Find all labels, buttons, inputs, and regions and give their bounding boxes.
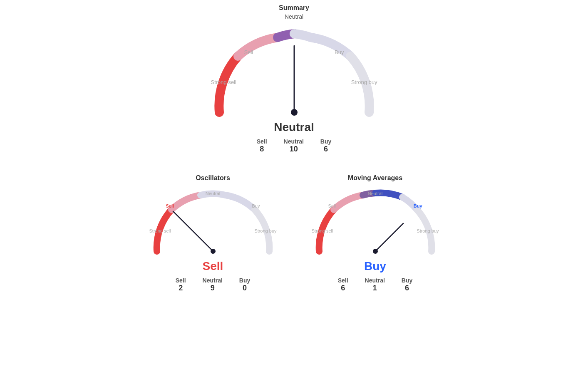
summary-sell-label: Sell	[244, 49, 253, 55]
osc-buy-label: Buy	[252, 203, 260, 208]
summary-neutral-count-label: Neutral	[284, 138, 304, 145]
summary-buy-count-value: 6	[324, 145, 328, 154]
svg-point-3	[211, 249, 216, 254]
moving-averages-counts: Sell 6 Neutral 1 Buy 6	[338, 277, 413, 292]
ma-neutral-label: Neutral	[368, 191, 382, 196]
svg-line-2	[173, 211, 213, 251]
summary-gauge-svg	[207, 25, 382, 121]
moving-averages-gauge: Strong sell Sell Neutral Buy Strong buy	[311, 187, 440, 260]
main-container: Summary Neutral Sell Buy Strong sell Str…	[0, 0, 588, 301]
svg-line-4	[375, 223, 403, 251]
osc-sell-count-value: 2	[179, 284, 183, 292]
ma-strong-sell-label: Strong sell	[312, 228, 333, 233]
osc-neutral-count: Neutral 9	[203, 277, 223, 292]
ma-buy-label: Buy	[414, 203, 422, 208]
summary-strong-buy-label: Strong buy	[351, 79, 377, 85]
summary-subtitle: Neutral	[285, 13, 303, 20]
ma-sell-count-value: 6	[341, 284, 345, 292]
osc-strong-sell-label: Strong sell	[149, 228, 171, 233]
summary-gauge: Sell Buy Strong sell Strong buy	[207, 25, 382, 121]
oscillators-title: Oscillators	[196, 174, 230, 182]
moving-averages-title: Moving Averages	[348, 174, 402, 182]
summary-buy-count: Buy 6	[320, 138, 331, 154]
svg-point-1	[291, 109, 298, 116]
summary-buy-label: Buy	[335, 49, 344, 55]
summary-result: Neutral	[274, 121, 314, 134]
osc-sell-label: Sell	[166, 203, 174, 208]
ma-neutral-count-value: 1	[373, 284, 377, 292]
ma-strong-buy-label: Strong buy	[417, 228, 439, 233]
osc-buy-count: Buy 0	[239, 277, 250, 292]
osc-buy-count-value: 0	[243, 284, 247, 292]
osc-sell-count: Sell 2	[176, 277, 186, 292]
summary-neutral-count-value: 10	[290, 145, 298, 154]
osc-strong-buy-label: Strong buy	[254, 228, 276, 233]
summary-buy-count-label: Buy	[320, 138, 331, 145]
oscillators-result: Sell	[203, 260, 223, 273]
ma-sell-label: Sell	[328, 203, 336, 208]
ma-neutral-count-label: Neutral	[365, 277, 385, 284]
ma-buy-count-value: 6	[405, 284, 409, 292]
summary-neutral-count: Neutral 10	[284, 138, 304, 154]
osc-sell-count-label: Sell	[176, 277, 186, 284]
ma-sell-count-label: Sell	[338, 277, 348, 284]
sub-sections: Oscillators Strong sell Sell Neutral Buy…	[0, 166, 588, 301]
osc-neutral-label: Neutral	[206, 191, 220, 196]
osc-buy-count-label: Buy	[239, 277, 250, 284]
oscillators-gauge: Strong sell Sell Neutral Buy Strong buy	[149, 187, 278, 260]
ma-neutral-count: Neutral 1	[365, 277, 385, 292]
summary-sell-count: Sell 8	[257, 138, 267, 154]
summary-sell-count-value: 8	[260, 145, 264, 154]
osc-neutral-count-value: 9	[211, 284, 215, 292]
summary-title: Summary	[279, 4, 309, 12]
summary-counts: Sell 8 Neutral 10 Buy 6	[257, 138, 332, 154]
moving-averages-section: Moving Averages Strong sell Sell Neutral…	[311, 174, 440, 292]
summary-strong-sell-label: Strong sell	[211, 79, 236, 85]
moving-averages-result: Buy	[364, 260, 386, 273]
ma-sell-count: Sell 6	[338, 277, 348, 292]
moving-averages-gauge-svg	[311, 187, 440, 260]
oscillators-counts: Sell 2 Neutral 9 Buy 0	[176, 277, 251, 292]
ma-buy-count-label: Buy	[402, 277, 412, 284]
summary-section: Summary Neutral Sell Buy Strong sell Str…	[207, 4, 382, 154]
ma-buy-count: Buy 6	[402, 277, 412, 292]
oscillators-section: Oscillators Strong sell Sell Neutral Buy…	[149, 174, 278, 292]
oscillators-gauge-svg	[149, 187, 278, 260]
svg-point-5	[373, 249, 378, 254]
summary-sell-count-label: Sell	[257, 138, 267, 145]
osc-neutral-count-label: Neutral	[203, 277, 223, 284]
